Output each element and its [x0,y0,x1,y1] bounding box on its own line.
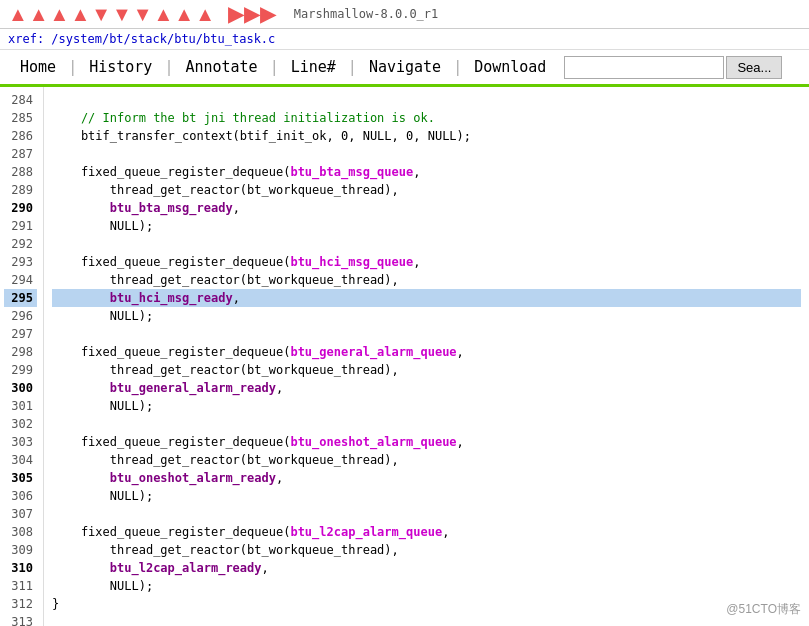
nav-download[interactable]: Download [462,50,558,84]
code-line [52,415,801,433]
nav-bar: Home | History | Annotate | Line# | Navi… [0,50,809,87]
code-line [52,613,801,626]
line-num: 313 [4,613,37,626]
breadcrumb-text: xref: /system/bt/stack/btu/btu_task.c [8,32,275,46]
code-line: btif_transfer_context(btif_init_ok, 0, N… [52,127,801,145]
code-line [52,505,801,523]
line-num: 288 [4,163,37,181]
code-line: btu_l2cap_alarm_ready, [52,559,801,577]
code-line: btu_hci_msg_ready, [52,289,801,307]
line-num: 297 [4,325,37,343]
line-num: 293 [4,253,37,271]
code-line [52,325,801,343]
nav-home[interactable]: Home [8,50,68,84]
search-input[interactable] [564,56,724,79]
code-line [52,91,801,109]
line-num: 298 [4,343,37,361]
nav-sep-1: | [68,58,77,76]
code-area: 2842852862872882892902912922932942952962… [0,87,809,626]
line-num: 309 [4,541,37,559]
line-num: 308 [4,523,37,541]
nav-sep-3: | [270,58,279,76]
line-num: 302 [4,415,37,433]
line-numbers: 2842852862872882892902912922932942952962… [0,87,44,626]
code-line: thread_get_reactor(bt_workqueue_thread), [52,271,801,289]
line-num: 286 [4,127,37,145]
code-line: NULL); [52,217,801,235]
nav-history[interactable]: History [77,50,164,84]
code-line: NULL); [52,397,801,415]
code-line: thread_get_reactor(bt_workqueue_thread), [52,181,801,199]
code-line: NULL); [52,487,801,505]
code-line: } [52,595,801,613]
code-line: thread_get_reactor(bt_workqueue_thread), [52,541,801,559]
nav-navigate[interactable]: Navigate [357,50,453,84]
search-button[interactable]: Sea... [726,56,782,79]
line-num: 289 [4,181,37,199]
code-line: fixed_queue_register_dequeue(btu_general… [52,343,801,361]
line-num: 301 [4,397,37,415]
line-num: 285 [4,109,37,127]
line-num: 290 [4,199,37,217]
code-line [52,235,801,253]
code-line: NULL); [52,577,801,595]
code-line: btu_general_alarm_ready, [52,379,801,397]
code-line: btu_oneshot_alarm_ready, [52,469,801,487]
line-num: 287 [4,145,37,163]
code-line: thread_get_reactor(bt_workqueue_thread), [52,361,801,379]
header-logo: ▲▲▲▲▼▼▼▲▲▲ ▶▶▶ [8,2,276,26]
code-line: btu_bta_msg_ready, [52,199,801,217]
nav-lineno[interactable]: Line# [279,50,348,84]
line-num: 306 [4,487,37,505]
code-line: fixed_queue_register_dequeue(btu_bta_msg… [52,163,801,181]
line-num: 291 [4,217,37,235]
line-num: 300 [4,379,37,397]
line-num: 305 [4,469,37,487]
code-line: NULL); [52,307,801,325]
code-line [52,145,801,163]
code-line: thread_get_reactor(bt_workqueue_thread), [52,451,801,469]
line-num: 312 [4,595,37,613]
header-version: Marshmallow-8.0.0_r1 [294,7,439,21]
breadcrumb-bar: xref: /system/bt/stack/btu/btu_task.c [0,29,809,50]
nav-sep-4: | [348,58,357,76]
code-line: // Inform the bt jni thread initializati… [52,109,801,127]
line-num: 296 [4,307,37,325]
line-num: 284 [4,91,37,109]
watermark: @51CTO博客 [726,601,801,618]
line-num: 311 [4,577,37,595]
line-num: 299 [4,361,37,379]
code-line: fixed_queue_register_dequeue(btu_oneshot… [52,433,801,451]
line-num: 294 [4,271,37,289]
header-bar: ▲▲▲▲▼▼▼▲▲▲ ▶▶▶ Marshmallow-8.0.0_r1 [0,0,809,29]
line-num: 304 [4,451,37,469]
nav-sep-2: | [164,58,173,76]
line-num: 310 [4,559,37,577]
line-num: 292 [4,235,37,253]
nav-annotate[interactable]: Annotate [173,50,269,84]
code-line: fixed_queue_register_dequeue(btu_hci_msg… [52,253,801,271]
code-content: // Inform the bt jni thread initializati… [44,87,809,626]
code-line: fixed_queue_register_dequeue(btu_l2cap_a… [52,523,801,541]
line-num: 307 [4,505,37,523]
nav-sep-5: | [453,58,462,76]
line-num: 303 [4,433,37,451]
line-num: 295 [4,289,37,307]
